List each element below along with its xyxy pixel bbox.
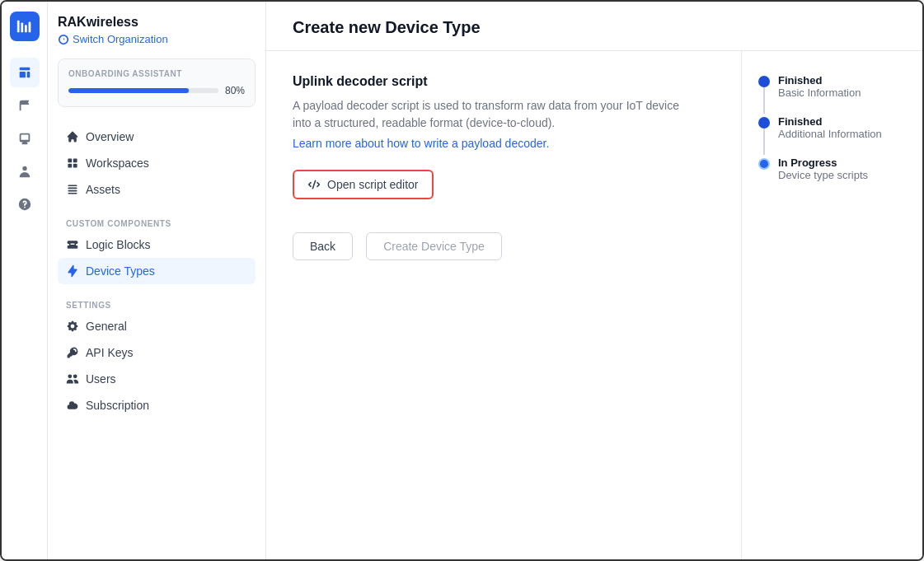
nav-general-label: General bbox=[86, 320, 127, 333]
nav-rail-monitor[interactable] bbox=[10, 124, 40, 153]
open-script-editor-label: Open script editor bbox=[327, 178, 419, 191]
script-editor-icon bbox=[307, 178, 321, 191]
step-dot-additional bbox=[758, 117, 770, 129]
open-script-editor-button[interactable]: Open script editor bbox=[293, 170, 434, 199]
nav-subscription[interactable]: Subscription bbox=[58, 392, 256, 418]
app-window: RAKwireless Switch Organization ONBOARDI… bbox=[0, 0, 924, 561]
step-text-scripts: In Progress Device type scripts bbox=[778, 157, 868, 181]
icon-rail bbox=[2, 2, 48, 559]
step-name-scripts: Device type scripts bbox=[778, 169, 868, 181]
onboarding-assistant-box: ONBOARDING ASSISTANT 80% bbox=[58, 58, 256, 107]
app-logo bbox=[10, 12, 40, 41]
nav-settings-section: General API Keys Users Subscription bbox=[58, 313, 256, 418]
settings-section-label: SETTINGS bbox=[58, 291, 256, 313]
nav-api-keys-label: API Keys bbox=[86, 346, 134, 359]
org-name: RAKwireless bbox=[58, 15, 256, 30]
step-dot-scripts bbox=[758, 158, 770, 170]
nav-general[interactable]: General bbox=[58, 313, 256, 339]
sidebar: RAKwireless Switch Organization ONBOARDI… bbox=[48, 2, 266, 559]
switch-org-label: Switch Organization bbox=[73, 33, 168, 45]
step-status-additional: Finished bbox=[778, 115, 882, 128]
svg-rect-0 bbox=[16, 21, 19, 33]
nav-users-label: Users bbox=[86, 372, 116, 386]
custom-components-section-label: CUSTOM COMPONENTS bbox=[58, 209, 256, 231]
switch-org-link[interactable]: Switch Organization bbox=[58, 33, 256, 45]
nav-api-keys[interactable]: API Keys bbox=[58, 339, 256, 366]
step-status-scripts: In Progress bbox=[778, 157, 868, 169]
nav-device-types[interactable]: Device Types bbox=[58, 258, 256, 284]
nav-custom-section: Logic Blocks Device Types bbox=[58, 231, 256, 284]
steps-panel: Finished Basic Information Finished Addi… bbox=[741, 51, 922, 559]
main-content: Create new Device Type Uplink decoder sc… bbox=[266, 2, 922, 559]
page-title: Create new Device Type bbox=[293, 18, 896, 37]
nav-overview[interactable]: Overview bbox=[58, 124, 256, 150]
onboarding-label: ONBOARDING ASSISTANT bbox=[68, 69, 245, 78]
nav-workspaces[interactable]: Workspaces bbox=[58, 150, 256, 176]
create-device-type-button[interactable]: Create Device Type bbox=[366, 232, 502, 260]
step-status-basic: Finished bbox=[778, 74, 861, 86]
nav-rail-flag[interactable] bbox=[10, 91, 40, 120]
step-name-basic: Basic Information bbox=[778, 86, 861, 99]
section-title: Uplink decoder script bbox=[293, 74, 715, 89]
content-area: Uplink decoder script A payload decoder … bbox=[266, 51, 741, 559]
progress-bar-bg bbox=[68, 88, 218, 93]
nav-rail-user[interactable] bbox=[10, 157, 40, 186]
svg-rect-2 bbox=[25, 25, 27, 32]
step-additional-info: Finished Additional Information bbox=[758, 115, 906, 140]
nav-rail-help[interactable] bbox=[10, 189, 40, 219]
nav-users[interactable]: Users bbox=[58, 366, 256, 392]
nav-workspaces-label: Workspaces bbox=[86, 157, 149, 170]
nav-subscription-label: Subscription bbox=[86, 399, 149, 412]
nav-overview-label: Overview bbox=[86, 130, 134, 143]
nav-rail-building[interactable] bbox=[10, 58, 40, 87]
step-text-additional: Finished Additional Information bbox=[778, 115, 882, 140]
main-body: Uplink decoder script A payload decoder … bbox=[266, 51, 922, 559]
svg-rect-1 bbox=[21, 22, 23, 32]
nav-main-section: Overview Workspaces Assets bbox=[58, 124, 256, 203]
learn-more-link[interactable]: Learn more about how to write a payload … bbox=[293, 137, 715, 150]
back-button[interactable]: Back bbox=[293, 232, 353, 260]
nav-device-types-label: Device Types bbox=[86, 264, 155, 278]
step-dot-basic bbox=[758, 76, 770, 87]
progress-percent: 80% bbox=[225, 85, 245, 96]
progress-bar-fill bbox=[68, 88, 189, 93]
step-basic-info: Finished Basic Information bbox=[758, 74, 906, 99]
step-text-basic: Finished Basic Information bbox=[778, 74, 861, 99]
step-device-scripts: In Progress Device type scripts bbox=[758, 157, 906, 181]
nav-assets[interactable]: Assets bbox=[58, 176, 256, 203]
nav-logic-blocks-label: Logic Blocks bbox=[86, 238, 151, 251]
page-header: Create new Device Type bbox=[266, 2, 922, 51]
nav-assets-label: Assets bbox=[86, 183, 120, 196]
action-row: Back Create Device Type bbox=[293, 232, 715, 260]
nav-logic-blocks[interactable]: Logic Blocks bbox=[58, 231, 256, 258]
section-description: A payload decoder script is used to tran… bbox=[293, 97, 688, 132]
svg-rect-3 bbox=[28, 22, 30, 33]
step-name-additional: Additional Information bbox=[778, 128, 882, 140]
